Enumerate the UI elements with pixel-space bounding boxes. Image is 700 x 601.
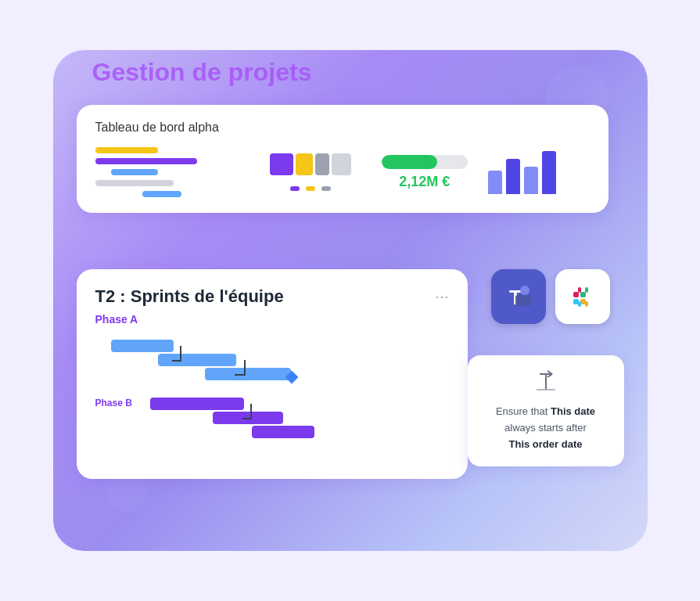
svg-rect-5 — [580, 292, 586, 297]
dot-yellow — [306, 186, 315, 191]
stacked-dots — [290, 186, 331, 191]
connector-1 — [172, 346, 181, 362]
connector-2 — [235, 360, 246, 376]
svg-rect-6 — [580, 299, 586, 304]
seg-gray-lg — [332, 153, 351, 175]
constraint-arrow-icon — [532, 369, 560, 391]
pa-bar-1 — [111, 340, 174, 352]
constraint-card: Ensure that This date always starts afte… — [468, 355, 624, 466]
gantt-grid — [95, 147, 248, 197]
phase-b-gantt — [150, 394, 449, 449]
budget-bar-fill — [382, 155, 438, 169]
sprint-menu-button[interactable]: ⋯ — [435, 288, 449, 305]
gantt-row-5 — [95, 191, 248, 197]
widget-budget: 2,12M € — [374, 155, 476, 190]
sprint-header: T2 : Sprints de l'équipe ⋯ — [95, 286, 449, 307]
chart-bar-3 — [524, 167, 538, 194]
widget-stacked — [260, 153, 361, 191]
connector-3 — [242, 404, 252, 419]
gantt-bar-purple — [95, 158, 197, 164]
phase-a-label: Phase A — [95, 313, 449, 326]
apps-card: T — [491, 269, 624, 324]
slack-icon — [555, 269, 610, 324]
gantt-row-2 — [95, 158, 248, 164]
teams-logo: T — [503, 281, 534, 312]
stacked-bar-container — [270, 153, 351, 175]
svg-rect-2 — [515, 295, 531, 306]
dot-gray — [321, 186, 331, 191]
pb-bar-1 — [150, 398, 244, 410]
sprint-card: T2 : Sprints de l'équipe ⋯ Phase A Phase… — [77, 269, 468, 479]
svg-rect-9 — [578, 301, 581, 307]
pb-bar-3 — [252, 426, 314, 438]
svg-rect-4 — [573, 299, 579, 304]
chart-bar-4 — [542, 151, 556, 194]
seg-gray — [315, 153, 329, 175]
svg-point-1 — [520, 286, 529, 295]
widget-barchart — [488, 151, 590, 194]
seg-purple — [270, 153, 293, 175]
widget-gantt — [95, 147, 248, 197]
gantt-bar-gray — [95, 180, 174, 186]
svg-rect-3 — [573, 292, 579, 297]
gantt-bar-yellow — [95, 147, 158, 153]
svg-rect-7 — [578, 287, 581, 293]
chart-bar-2 — [506, 159, 520, 194]
pa-bar-2 — [158, 354, 236, 366]
svg-rect-8 — [585, 287, 588, 293]
dashboard-widgets: 2,12M € — [95, 147, 590, 197]
phase-b-label: Phase B — [95, 394, 150, 408]
dashboard-card: Tableau de bord alpha — [77, 105, 608, 213]
sprint-gantt: Phase B — [95, 336, 449, 462]
constraint-text-1: Ensure that — [496, 405, 551, 417]
sprint-title: T2 : Sprints de l'équipe — [95, 286, 284, 307]
dashboard-title: Tableau de bord alpha — [95, 121, 590, 135]
constraint-order-date: This order date — [509, 438, 583, 450]
gantt-bar-blue — [111, 169, 158, 175]
phase-a-gantt — [95, 336, 449, 391]
gantt-row-4 — [95, 180, 248, 186]
budget-amount: 2,12M € — [399, 174, 450, 190]
seg-yellow — [296, 153, 313, 175]
gantt-row-3 — [95, 169, 248, 175]
gantt-bar-blue-sm — [142, 191, 181, 197]
constraint-this-date: This date — [551, 405, 595, 417]
teams-icon: T — [491, 269, 546, 324]
constraint-icon — [480, 369, 612, 396]
pa-bar-3 — [205, 368, 291, 380]
dot-purple — [290, 186, 300, 191]
chart-bar-1 — [488, 171, 502, 194]
constraint-text-2: always starts after — [504, 422, 587, 434]
budget-bar-track — [382, 155, 468, 169]
gantt-row-1 — [95, 147, 248, 153]
svg-rect-10 — [585, 301, 588, 307]
slack-logo — [567, 281, 598, 312]
phase-b-section: Phase B — [95, 394, 449, 449]
constraint-text: Ensure that This date always starts afte… — [480, 404, 612, 452]
page-title: Gestion de projets — [92, 58, 312, 87]
